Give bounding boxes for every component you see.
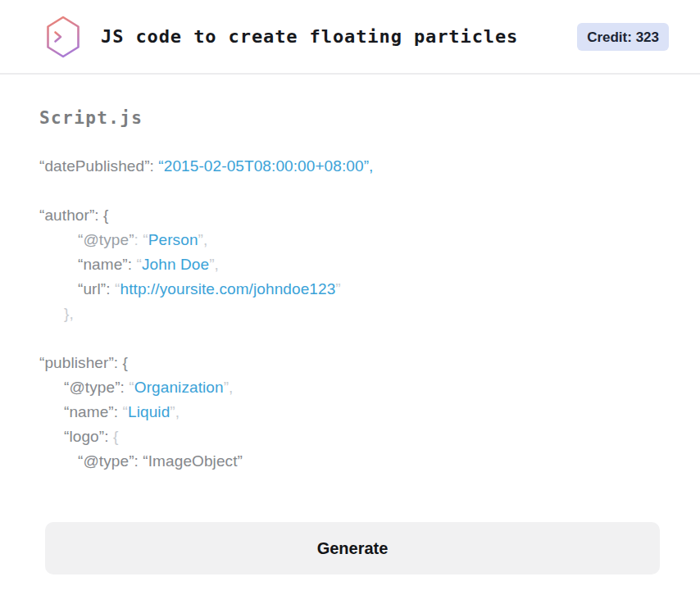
- file-name-heading: Script.js: [39, 108, 143, 128]
- generate-button[interactable]: Generate: [45, 522, 660, 574]
- code-line: },: [39, 302, 684, 326]
- code-line: “@type”: “ImageObject”: [39, 449, 684, 474]
- code-line: “@type”: “Organization”,: [39, 375, 684, 400]
- code-line: [39, 179, 684, 203]
- code-line: “logo”: {: [39, 425, 684, 449]
- code-line: “author”: {: [39, 203, 684, 228]
- code-line: “name”: “John Doe”,: [39, 252, 684, 277]
- terminal-prompt-hexagon-icon: [45, 16, 81, 58]
- code-line: “datePublished”: “2015-02-05T08:00:00+08…: [39, 154, 684, 179]
- credit-badge: Credit: 323: [577, 23, 669, 51]
- code-line: “@type”: “Person”,: [39, 228, 684, 252]
- app-header: JS code to create floating particles Cre…: [0, 0, 700, 75]
- code-block: “datePublished”: “2015-02-05T08:00:00+08…: [39, 154, 684, 474]
- code-line: “name”: “Liquid”,: [39, 400, 684, 425]
- code-line: “url”: “http://yoursite.com/johndoe123”: [39, 277, 684, 302]
- page-title: JS code to create floating particles: [101, 26, 577, 47]
- code-line: [39, 326, 684, 351]
- code-line: “publisher”: {: [39, 351, 684, 375]
